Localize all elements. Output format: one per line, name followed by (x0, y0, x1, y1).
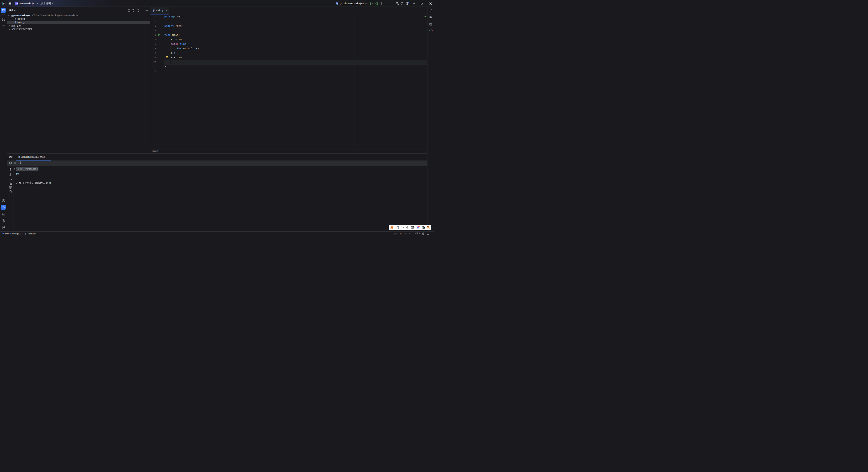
svg-text:GO: GO (3, 3, 5, 4)
